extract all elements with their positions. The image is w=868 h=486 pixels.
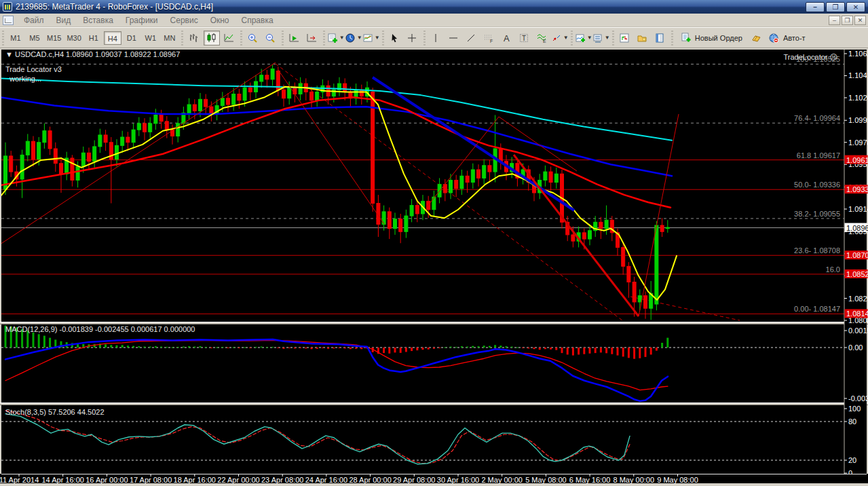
macd-hist-bar [383,348,385,353]
text-label-button[interactable]: T [516,31,533,45]
arrows-button[interactable]: ▼ [552,31,568,45]
mdi-minimize-button[interactable]: – [829,16,840,25]
macd-hist-bar [160,347,162,348]
mdi-restore-button[interactable]: ❐ [842,16,853,25]
chevron-down-icon[interactable]: ▼ [375,35,380,41]
macd-hist-bar [49,338,51,348]
new-order-button[interactable]: Новый Ордер [677,31,747,45]
restore-button[interactable]: ❐ [826,2,845,12]
fibonacci-icon: F [483,33,495,43]
macd-hist-bar [121,345,124,348]
macd-hist-bar [578,348,580,354]
macd-hist-bar [622,348,624,356]
macd-hist-bar [506,346,508,348]
timeframe-d1-button[interactable]: D1 [123,31,140,45]
fib-label: 0.00- 1.08147 [794,305,840,313]
chart-menu-icon[interactable] [3,16,14,25]
macd-hist-bar [605,348,607,353]
crosshair-button[interactable] [404,31,421,45]
chevron-down-icon[interactable]: ▼ [587,35,592,41]
timeframe-m1-button[interactable]: M1 [7,31,24,45]
shapes-button[interactable]: E [534,31,550,45]
time-axis-label: 8 May 00:00 [614,476,655,484]
macd-hist-bar [110,345,112,348]
macd-hist-bar [633,348,635,359]
auto-scroll-button[interactable] [286,31,303,45]
autotrading-button[interactable] [766,31,782,45]
trendline-button[interactable] [464,31,480,45]
crosshair-icon [407,33,418,43]
new-order-icon [681,32,695,44]
macd-hist-bar [116,345,118,348]
periods-button[interactable]: ▼ [593,31,609,45]
chart-shift-button[interactable] [304,31,320,45]
periods-icon [592,33,604,43]
chevron-down-icon[interactable]: ▼ [339,35,345,41]
terminal-icon [654,33,666,43]
macd-hist-bar [489,346,491,348]
price-badge-text: 1.09331 [846,185,868,193]
expert-advisors-button[interactable] [617,31,633,45]
macd-hist-bar [360,348,362,349]
price-tick-label: 1.10415 [848,71,868,79]
text-label-icon: T [518,33,530,43]
gold-button[interactable] [749,31,765,45]
profiles-button[interactable]: ▼ [345,31,362,45]
bar-chart-button[interactable] [186,31,202,45]
macd-hist-bar [327,348,329,349]
macd-hist-bar [183,347,185,348]
new-chart-button[interactable]: ▼ [328,31,344,45]
zoom-in-button[interactable] [245,31,261,45]
macd-hist-bar [628,348,630,358]
toolbar-separator [569,31,574,45]
timeframe-h4-button[interactable]: H4 [104,31,121,45]
macd-hist-bar [661,343,663,348]
close-button[interactable]: ✕ [846,2,865,12]
menu-item-справка[interactable]: Справка [235,14,280,26]
time-axis-label: 18 Apr 16:00 [174,476,216,484]
vertical-line-button[interactable] [428,31,445,45]
autotrading-icon [768,33,780,43]
menu-item-сервис[interactable]: Сервис [164,14,204,26]
candlestick-button[interactable] [204,31,220,45]
stoch-axis-label: 100 [848,405,861,413]
minimize-button[interactable]: – [806,2,825,12]
timeframe-h1-button[interactable]: H1 [85,31,102,45]
indicators-button[interactable]: ▼ [575,31,592,45]
line-chart-button[interactable] [221,31,238,45]
zoom-out-button[interactable] [263,31,279,45]
fibonacci-button[interactable]: F [481,31,497,45]
timeframe-m15-button[interactable]: M15 [45,31,63,45]
chevron-down-icon[interactable]: ▼ [605,35,610,41]
macd-hist-bar [583,348,585,354]
macd-hist-bar [555,348,557,350]
templates-button[interactable]: ▼ [363,31,379,45]
menu-item-окно[interactable]: Окно [204,14,235,26]
menu-item-вставка[interactable]: Вставка [77,14,119,26]
macd-axis-label: 0.00 [848,343,863,352]
chevron-down-icon[interactable]: ▼ [563,35,569,41]
mdi-close-button[interactable]: ✕ [854,16,866,25]
menu-item-вид[interactable]: Вид [50,14,77,26]
favorites-button[interactable] [635,31,651,45]
macd-hist-bar [550,348,552,350]
macd-hist-bar [43,336,45,348]
macd-hist-bar [466,347,468,348]
vertical-line-icon [430,33,442,43]
cursor-button[interactable] [387,31,403,45]
menu-item-файл[interactable]: Файл [18,14,50,26]
timeframe-m5-button[interactable]: M5 [26,31,43,45]
horizontal-line-button[interactable] [446,31,462,45]
price-tick-label: 1.09145 [848,205,868,213]
timeframe-mn-button[interactable]: MN [161,31,178,45]
menu-items: ФайлВидВставкаГрафикиСервисОкноСправка [18,14,280,26]
timeframe-w1-button[interactable]: W1 [142,31,159,45]
chevron-down-icon[interactable]: ▼ [357,35,362,41]
chart-canvas[interactable]: 100- 1.1052576.4- 1.0996461.8 1.0961750.… [0,48,868,486]
timeframe-m30-button[interactable]: M30 [64,31,83,45]
app-icon [3,2,12,12]
text-button[interactable]: A [499,31,515,45]
terminal-button[interactable] [652,31,668,45]
macd-hist-bar [33,333,35,348]
menu-item-графики[interactable]: Графики [119,14,164,26]
